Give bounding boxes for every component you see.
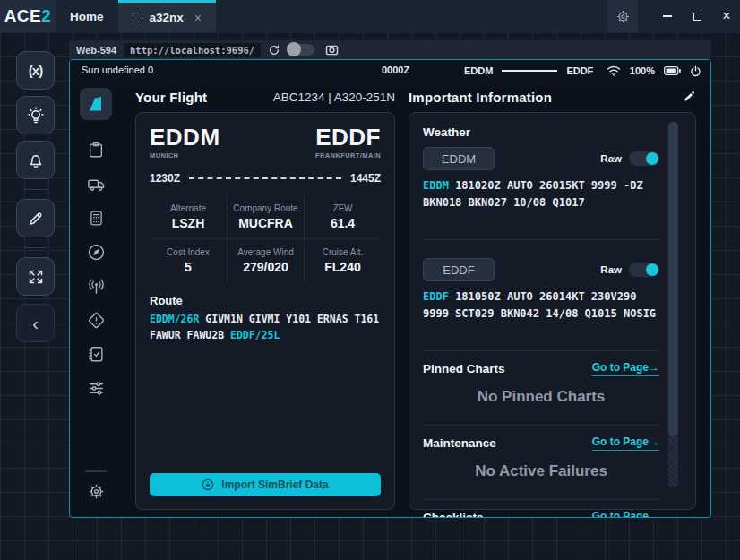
- stat-label: Cost Index: [151, 247, 225, 257]
- logo-text: ACE: [4, 6, 42, 26]
- statusbar-destination: EDDF: [566, 65, 593, 76]
- compass-icon: [87, 243, 106, 262]
- weather-station-eddf-button[interactable]: EDDF: [423, 258, 495, 281]
- raw-label: Raw: [600, 153, 622, 164]
- route-heading: Route: [150, 294, 381, 307]
- screenshot-icon[interactable]: [325, 44, 339, 56]
- sidebar-item-navigation[interactable]: [86, 242, 106, 262]
- metar-station-code: EDDM: [423, 179, 449, 192]
- stat-cost-index: Cost Index 5: [150, 239, 227, 282]
- scrollbar-thumb[interactable]: [668, 122, 678, 436]
- gear-icon: [87, 482, 106, 501]
- route-arrival-runway: EDDF/25L: [230, 329, 280, 341]
- edit-tool-button[interactable]: [16, 199, 55, 237]
- callsign-aircraft-type: ABC1234 | A320-251N: [273, 90, 395, 104]
- efb-window: Sun undefined 0 0000Z EDDM EDDF 100%: [69, 59, 711, 518]
- notifications-tool-button[interactable]: [16, 141, 55, 179]
- destination-icao: EDDF: [315, 125, 381, 149]
- destination-city: FRANKFURT/MAIN: [315, 151, 381, 159]
- checklists-heading: Checklists: [423, 511, 484, 518]
- divider: [423, 425, 659, 426]
- settings-button[interactable]: [607, 0, 638, 32]
- important-info-title: Important Information: [409, 90, 552, 105]
- efb-sidebar: [70, 82, 122, 517]
- edit-pencil-icon[interactable]: [682, 90, 696, 104]
- toggle-knob: [646, 152, 658, 165]
- cloud-download-icon: [202, 478, 214, 491]
- screen: ACE2 Home a32nx × × (x): [0, 0, 740, 560]
- window-maximize-button[interactable]: [684, 0, 710, 32]
- sidebar-divider: [85, 470, 107, 472]
- toggle-knob: [287, 42, 301, 56]
- titlebar: ACE2 Home a32nx × ×: [0, 0, 740, 32]
- important-info-panel: Important Information Weather EDDM Raw: [409, 82, 696, 510]
- collapse-sidebar-button[interactable]: ‹: [16, 304, 55, 342]
- stat-cruise-alt: Cruise Alt. FL240: [304, 239, 381, 282]
- stat-average-wind: Average Wind 279/020: [227, 239, 304, 282]
- sidebar-item-atc[interactable]: [86, 276, 106, 296]
- battery-icon: [664, 66, 681, 75]
- url-field[interactable]: http://localhost:9696/: [124, 43, 261, 57]
- devtools-toggle[interactable]: [288, 44, 314, 56]
- tool-divider: [23, 247, 47, 248]
- stat-label: Cruise Alt.: [306, 247, 379, 257]
- fullscreen-tool-button[interactable]: [16, 257, 55, 296]
- tab-close-icon[interactable]: ×: [194, 11, 202, 25]
- stat-value: 61.4: [306, 216, 379, 230]
- stat-company-route: Company Route MUCFRA: [227, 195, 304, 239]
- import-simbrief-button[interactable]: Import SimBrief Data: [150, 473, 381, 496]
- variables-tool-button[interactable]: (x): [16, 51, 55, 90]
- sidebar-item-ground-services[interactable]: [86, 174, 106, 194]
- sidebar-item-performance[interactable]: [86, 208, 106, 228]
- logo-accent: 2: [41, 6, 51, 26]
- window-close-button[interactable]: ×: [713, 0, 740, 32]
- checklist-icon: [87, 345, 105, 363]
- raw-toggle-eddf[interactable]: [629, 263, 659, 277]
- flight-leg-line: [502, 70, 557, 72]
- metar-eddf: EDDF 181050Z AUTO 26014KT 230V290 9999 S…: [423, 289, 659, 340]
- maintenance-link[interactable]: Go to Page→: [592, 435, 659, 451]
- statusbar-sim-info: Sun undefined 0: [82, 65, 153, 75]
- expand-icon: [27, 268, 45, 286]
- sidebar-item-dispatch[interactable]: [86, 140, 106, 159]
- ideas-tool-button[interactable]: [16, 96, 55, 134]
- maintenance-heading: Maintenance: [423, 436, 496, 450]
- pinned-charts-empty: No Pinned Charts: [423, 388, 659, 406]
- weather-station-eddm-button[interactable]: EDDM: [423, 147, 495, 170]
- origin-icao: EDDM: [150, 125, 220, 149]
- weather-heading: Weather: [423, 125, 659, 139]
- browser-toolbar: Web-594 http://localhost:9696/: [69, 40, 711, 59]
- tab-home[interactable]: Home: [56, 0, 118, 32]
- scrollbar[interactable]: [668, 122, 678, 487]
- efb-statusbar: Sun undefined 0 0000Z EDDM EDDF 100%: [70, 60, 710, 82]
- arrival-time: 1445Z: [350, 172, 381, 185]
- tab-a32nx[interactable]: a32nx ×: [118, 0, 216, 32]
- pinned-charts-link[interactable]: Go to Page→: [592, 361, 659, 376]
- tab-a32nx-label: a32nx: [150, 11, 184, 24]
- checklists-link[interactable]: Go to Page→: [592, 510, 659, 518]
- stat-label: ZFW: [306, 203, 379, 213]
- sidebar-item-failures[interactable]: [86, 310, 106, 330]
- statusbar-flight-leg: EDDM EDDF: [464, 60, 593, 82]
- sidebar-item-checklists[interactable]: [86, 344, 106, 364]
- important-info-card: Weather EDDM Raw EDDM 181020Z AUTO 26015…: [409, 112, 696, 510]
- sliders-icon: [87, 379, 106, 398]
- raw-toggle-eddm[interactable]: [629, 151, 659, 166]
- maximize-icon: [693, 13, 701, 21]
- stat-value: MUCFRA: [229, 216, 302, 230]
- sidebar-item-dashboard[interactable]: [80, 88, 112, 120]
- sidebar-item-settings-sliders[interactable]: [86, 378, 106, 398]
- divider: [423, 350, 659, 351]
- browser-window-label: Web-594: [76, 45, 116, 56]
- window-minimize-button[interactable]: [654, 0, 681, 32]
- power-icon[interactable]: [690, 65, 701, 77]
- pencil-icon: [26, 209, 46, 228]
- refresh-icon[interactable]: [268, 44, 280, 56]
- code-icon: (x): [29, 63, 42, 78]
- minimize-icon: [663, 15, 672, 17]
- divider: [423, 499, 659, 500]
- chevron-left-icon: ‹: [32, 314, 39, 332]
- sidebar-item-settings[interactable]: [86, 481, 106, 501]
- raw-label: Raw: [600, 264, 622, 275]
- stat-value: LSZH: [151, 216, 225, 230]
